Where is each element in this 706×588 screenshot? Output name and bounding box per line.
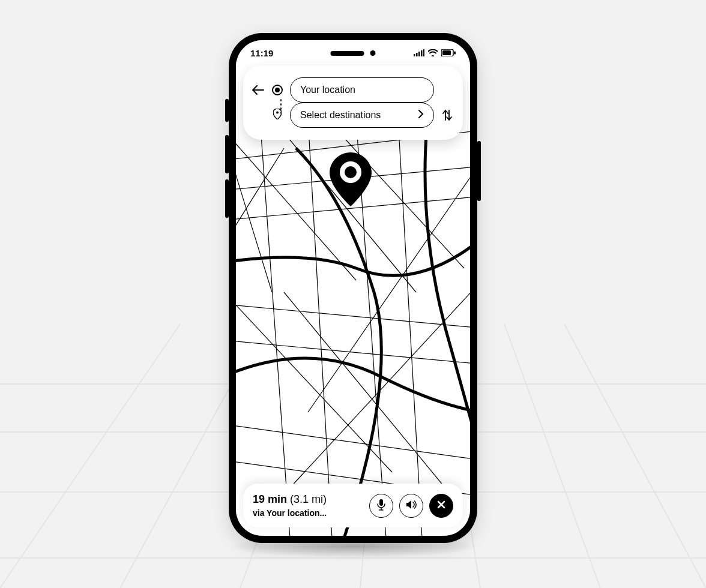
- speaker-icon: [406, 500, 417, 512]
- trip-info: 19 min (3.1 mi) via Your location...: [253, 493, 363, 518]
- back-button[interactable]: [252, 83, 265, 97]
- trip-distance: (3.1 mi): [290, 493, 327, 505]
- sound-button[interactable]: [399, 494, 423, 518]
- status-bar: 11:19: [236, 40, 470, 65]
- battery-icon: [441, 48, 456, 58]
- svg-rect-40: [454, 51, 456, 54]
- destination-placeholder: Select destinations: [300, 110, 381, 121]
- phone-screen: 11:19: [236, 40, 470, 536]
- svg-line-21: [398, 118, 422, 536]
- svg-point-32: [345, 166, 357, 178]
- phone-frame: 11:19: [229, 33, 477, 543]
- svg-line-18: [260, 118, 290, 536]
- svg-line-30: [236, 148, 284, 244]
- swap-button[interactable]: [440, 108, 454, 122]
- svg-rect-37: [423, 49, 424, 56]
- svg-rect-34: [416, 53, 418, 56]
- side-button: [477, 141, 481, 201]
- destination-input[interactable]: Select destinations: [290, 103, 434, 128]
- status-time: 11:19: [250, 48, 273, 58]
- chevron-right-icon: [418, 110, 424, 121]
- route-search-card: Your location Select destinations: [243, 65, 463, 140]
- notch: [331, 50, 376, 56]
- svg-line-0: [0, 324, 180, 588]
- trip-summary-card: 19 min (3.1 mi) via Your location...: [243, 484, 463, 527]
- svg-rect-33: [414, 54, 415, 56]
- svg-rect-36: [421, 50, 423, 56]
- svg-rect-39: [442, 50, 451, 55]
- origin-input[interactable]: Your location: [290, 77, 434, 103]
- route-dots: [280, 99, 282, 114]
- signal-icon: [414, 48, 424, 58]
- voice-button[interactable]: [369, 494, 393, 518]
- origin-marker-icon: [271, 85, 284, 95]
- microphone-icon: [377, 499, 385, 513]
- svg-rect-35: [418, 52, 420, 56]
- origin-placeholder: Your location: [300, 85, 355, 95]
- svg-line-16: [236, 424, 470, 460]
- close-icon: [437, 500, 445, 511]
- location-pin-icon[interactable]: [330, 152, 372, 209]
- svg-line-14: [236, 304, 470, 328]
- trip-via: via Your location...: [253, 508, 363, 518]
- close-button[interactable]: [429, 494, 453, 518]
- svg-point-41: [276, 112, 279, 114]
- trip-duration: 19 min: [253, 493, 287, 505]
- svg-rect-42: [379, 499, 383, 506]
- wifi-icon: [428, 48, 438, 58]
